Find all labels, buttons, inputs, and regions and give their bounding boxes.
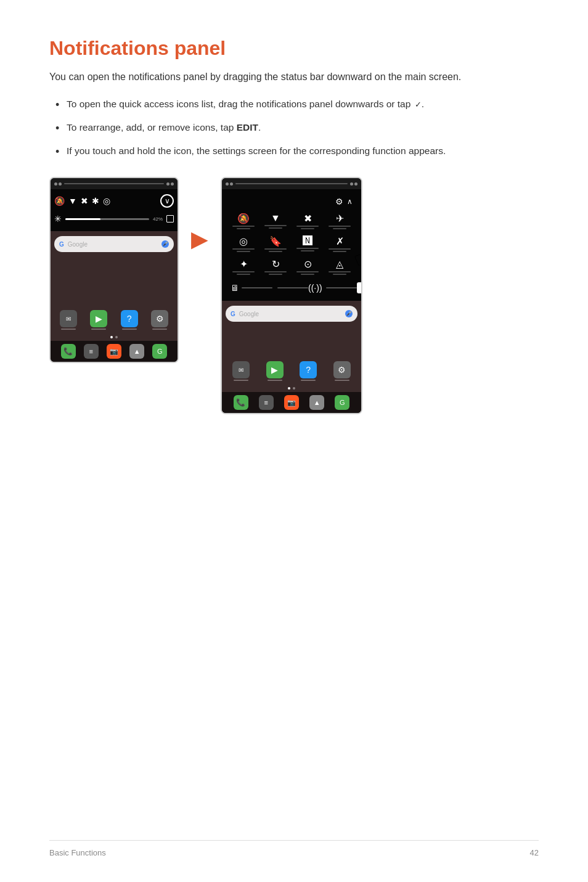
square-icon xyxy=(166,215,174,223)
qs-item-wifi[interactable]: ▼ xyxy=(260,210,291,232)
app-icon-wrap: ⚙ xyxy=(327,361,358,381)
messages-icon: ✉ xyxy=(66,316,71,322)
app-icon-settings-r[interactable]: ⚙ xyxy=(333,361,351,378)
qs-label-line xyxy=(329,226,351,227)
silent-icon: 🔕 xyxy=(54,196,65,206)
dock-google-r[interactable]: G xyxy=(335,395,349,410)
dock-contacts-r[interactable]: ≡ xyxy=(259,395,274,410)
qs-item-airplane[interactable]: ✈ xyxy=(324,210,355,232)
qs-hotspot-icon: ⊙ xyxy=(304,258,312,270)
google-search-bar-right[interactable]: G Google 🎤 xyxy=(226,306,357,322)
google-icon-r: G xyxy=(340,399,345,406)
app-icon-wrap: ? xyxy=(115,310,144,330)
app-icon-help[interactable]: ? xyxy=(121,310,138,327)
qs-label-line-short xyxy=(333,251,346,252)
google-logo-right: G xyxy=(231,311,235,317)
bullet-list: To open the quick access icons list, dra… xyxy=(49,97,539,158)
qs-bottom-row: 🖥 ((·)) EDIT xyxy=(226,280,357,296)
checkmark-icon: ✓ xyxy=(415,99,422,111)
app-icon-help-r[interactable]: ? xyxy=(300,361,317,378)
google-mic-icon[interactable]: 🎤 xyxy=(161,240,169,248)
bullet-text-2: To rearrange, add, or remove icons, tap … xyxy=(67,122,261,133)
left-phone-status-bar xyxy=(51,178,178,189)
qs-label-line xyxy=(232,271,255,272)
dock-phone-r[interactable]: 📞 xyxy=(234,395,248,410)
camera-icon: 📷 xyxy=(110,348,118,356)
app-icon-play-r[interactable]: ▶ xyxy=(266,361,284,378)
qs-data-icon: ◎ xyxy=(239,235,248,247)
brightness-row: ✳ 42% xyxy=(54,211,174,226)
app-label-line xyxy=(267,380,282,381)
phone-icon-r: 📞 xyxy=(236,398,245,407)
dock-camera[interactable]: 📷 xyxy=(107,344,121,359)
app-grid-right: ✉ ▶ ? ⚙ xyxy=(222,357,361,385)
page-dot-active xyxy=(110,336,113,338)
settings-icon-r: ⚙ xyxy=(338,365,346,375)
app-label-line xyxy=(335,380,349,381)
phone-icon: 📞 xyxy=(63,347,73,356)
right-phone: ⚙ ∧ 🔕 ▼ ✖ xyxy=(221,177,362,414)
settings-gear-row: ⚙ ∧ xyxy=(226,194,357,208)
app-icon-settings[interactable]: ⚙ xyxy=(151,310,168,327)
app-icon-play[interactable]: ▶ xyxy=(90,310,107,327)
dock-gallery[interactable]: ▲ xyxy=(129,344,144,359)
dock-phone[interactable]: 📞 xyxy=(61,344,76,359)
list-item: To rearrange, add, or remove icons, tap … xyxy=(49,120,539,135)
gallery-icon-r: ▲ xyxy=(314,399,321,406)
qs-item-hotspot[interactable]: ⊙ xyxy=(292,256,323,277)
notification-panel: 🔕 ▼ ✖ ✱ ◎ ∨ ✳ 42% xyxy=(51,189,178,231)
status-line xyxy=(235,183,348,184)
qs-item-star[interactable]: ✦ xyxy=(228,256,259,277)
qs-item-location[interactable]: ◬ xyxy=(324,256,355,277)
qs-item-bluetooth[interactable]: ✖ xyxy=(292,210,323,232)
qs-star-icon: ✦ xyxy=(240,258,248,270)
status-dot xyxy=(171,182,174,186)
qs-label-line-short xyxy=(237,228,250,229)
gallery-icon: ▲ xyxy=(134,348,141,355)
qs-label-line-short xyxy=(301,228,314,229)
google-mic-icon-right[interactable]: 🎤 xyxy=(345,310,353,317)
expand-button[interactable]: ∨ xyxy=(160,194,174,208)
page-title: Notifications panel xyxy=(49,37,539,60)
app-label-line xyxy=(122,329,137,330)
page-dot xyxy=(115,336,118,338)
settings-icon: ⚙ xyxy=(156,314,164,324)
qs-label-line xyxy=(264,248,287,250)
google-search-bar[interactable]: G Google 🎤 xyxy=(54,236,174,252)
app-icon-wrap: ✉ xyxy=(226,361,257,381)
app-label-line xyxy=(91,329,106,330)
app-icon-messages[interactable]: ✉ xyxy=(60,310,77,327)
qs-bottom-left: 🖥 xyxy=(231,283,308,293)
google-text-right: Google xyxy=(239,311,259,317)
right-phone-screen: G Google 🎤 ✉ ▶ xyxy=(222,301,361,413)
qs-more-icon: ✗ xyxy=(336,235,344,247)
gear-icon[interactable]: ⚙ xyxy=(335,197,343,206)
dock-contacts[interactable]: ≡ xyxy=(84,344,99,359)
app-label-line xyxy=(152,329,167,330)
wifi-icon: ▼ xyxy=(68,196,77,206)
bottom-nav-dock: 📞 ≡ 📷 ▲ G xyxy=(51,341,178,362)
edit-label-inline: EDIT xyxy=(237,122,258,133)
qs-wifi-icon: ▼ xyxy=(271,213,280,224)
qs-tv-icon: 🖥 xyxy=(231,283,239,293)
app-icon-wrap: ▶ xyxy=(259,361,291,381)
qs-label-line-short xyxy=(333,228,346,229)
brightness-bar[interactable] xyxy=(65,218,149,220)
qs-item-sync[interactable]: ↻ xyxy=(260,256,291,277)
qs-item-nfc2[interactable]: 🔖 xyxy=(260,233,291,255)
dock-gallery-r[interactable]: ▲ xyxy=(309,395,324,410)
wallpaper-area xyxy=(51,257,178,306)
app-grid: ✉ ▶ ? ⚙ xyxy=(51,306,178,333)
qs-item-nfc3[interactable]: 🅽 xyxy=(292,233,323,255)
contacts-icon: ≡ xyxy=(89,348,93,355)
qs-item-silent[interactable]: 🔕 xyxy=(228,210,259,232)
qs-bluetooth-icon: ✖ xyxy=(304,213,312,224)
dock-camera-r[interactable]: 📷 xyxy=(284,395,299,410)
status-line xyxy=(64,183,164,184)
dock-google[interactable]: G xyxy=(152,344,167,359)
edit-button[interactable]: EDIT xyxy=(357,282,362,293)
app-icon-messages-r[interactable]: ✉ xyxy=(232,361,250,378)
page-dot-active-r xyxy=(288,387,290,390)
page-dot-r xyxy=(293,387,295,390)
qs-item-data[interactable]: ◎ xyxy=(228,233,259,255)
